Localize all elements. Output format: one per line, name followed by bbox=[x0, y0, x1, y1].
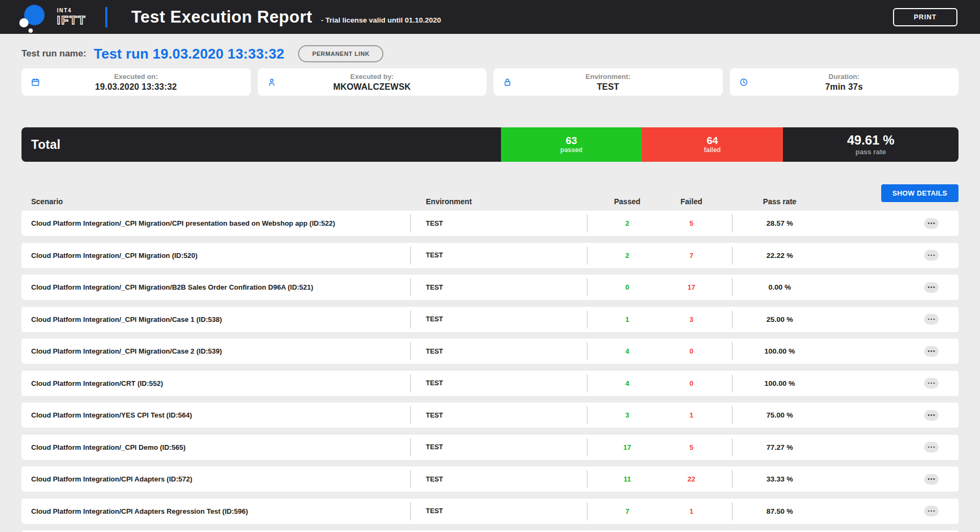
scenario-cell: Cloud Platform Integration/_CPI Demo (ID… bbox=[21, 443, 410, 451]
ellipsis-dot bbox=[933, 511, 935, 512]
test-run-name-value: Test run 19.03.2020 13:33:32 bbox=[94, 46, 285, 62]
scenario-cell: Cloud Platform Integration/_CPI Migratio… bbox=[21, 347, 410, 355]
ellipsis-dot bbox=[933, 383, 935, 384]
show-details-button[interactable]: SHOW DETAILS bbox=[881, 184, 959, 202]
table-row[interactable]: Cloud Platform Integration/_CPI Migratio… bbox=[21, 243, 959, 268]
executed-by-value: MKOWALCZEWSK bbox=[333, 82, 411, 92]
page-title: Test Execution Report bbox=[131, 8, 312, 27]
permanent-link-button[interactable]: PERMANENT LINK bbox=[298, 45, 383, 62]
row-ellipsis-button[interactable] bbox=[924, 378, 939, 389]
ellipsis-dot bbox=[928, 478, 930, 480]
total-pass-rate-section: 49.61 % pass rate bbox=[783, 127, 959, 162]
table-row[interactable]: Cloud Platform Integration/CPI Adapters … bbox=[21, 499, 959, 524]
total-pass-rate-label: pass rate bbox=[855, 148, 886, 156]
ellipsis-dot bbox=[933, 350, 935, 352]
ellipsis-dot bbox=[928, 414, 930, 416]
environment-cell: TEST bbox=[411, 412, 587, 419]
scenario-table-header: Scenario Environment Passed Failed Pass … bbox=[21, 184, 959, 211]
logo-white-dot bbox=[28, 28, 33, 33]
row-ellipsis-button[interactable] bbox=[924, 314, 939, 325]
environment-cell: TEST bbox=[411, 348, 587, 355]
executed-on-card: Executed on: 19.03.2020 13:33:32 bbox=[21, 68, 251, 96]
environment-cell: TEST bbox=[411, 315, 587, 323]
table-row[interactable]: Cloud Platform Integration/_CPI Migratio… bbox=[21, 275, 959, 300]
table-row[interactable]: Cloud Platform Integration/YES CPI Test … bbox=[21, 402, 959, 428]
column-header-passed: Passed bbox=[587, 197, 667, 206]
row-ellipsis-button[interactable] bbox=[924, 282, 939, 293]
failed-cell: 5 bbox=[667, 443, 716, 451]
print-button[interactable]: PRINT bbox=[893, 8, 957, 26]
environment-cell: TEST bbox=[411, 507, 587, 515]
failed-cell: 1 bbox=[667, 507, 716, 515]
ellipsis-dot bbox=[928, 447, 930, 448]
ellipsis-dot bbox=[933, 414, 935, 416]
table-row[interactable]: Cloud Platform Integration/_CPI Migratio… bbox=[21, 211, 959, 236]
failed-cell: 0 bbox=[667, 347, 716, 355]
ellipsis-dot bbox=[933, 255, 935, 256]
license-note: - Trial license valid until 01.10.2020 bbox=[321, 16, 441, 24]
row-actions bbox=[827, 346, 959, 357]
passed-cell: 2 bbox=[587, 251, 667, 260]
executed-on-value: 19.03.2020 13:33:32 bbox=[95, 82, 177, 92]
table-row[interactable]: Cloud Platform Integration/_CPI Demo (ID… bbox=[21, 435, 959, 460]
table-row[interactable]: Cloud Platform Integration/_CPI Migratio… bbox=[21, 339, 959, 364]
test-run-row: Test run name: Test run 19.03.2020 13:33… bbox=[21, 41, 959, 66]
environment-cell: TEST bbox=[411, 379, 587, 387]
pass-rate-cell: 100.00 % bbox=[732, 347, 827, 355]
duration-label: Duration: bbox=[829, 73, 860, 81]
pass-rate-cell: 22.22 % bbox=[732, 251, 827, 260]
scenario-table: Scenario Environment Passed Failed Pass … bbox=[21, 184, 959, 532]
table-row[interactable]: Cloud Platform Integration/CPI Adapters … bbox=[21, 466, 959, 492]
scenario-cell: Cloud Platform Integration/CPI Adapters … bbox=[21, 507, 410, 515]
row-ellipsis-button[interactable] bbox=[924, 250, 939, 261]
scenario-table-body: Cloud Platform Integration/_CPI Migratio… bbox=[21, 211, 959, 524]
failed-cell: 0 bbox=[667, 379, 716, 387]
failed-cell: 7 bbox=[667, 251, 716, 260]
clock-icon bbox=[739, 78, 748, 87]
row-ellipsis-button[interactable] bbox=[924, 410, 939, 421]
duration-value: 7min 37s bbox=[825, 82, 863, 92]
row-actions bbox=[827, 282, 959, 293]
column-header-scenario: Scenario bbox=[21, 197, 411, 206]
failed-cell: 5 bbox=[667, 219, 716, 227]
column-header-failed: Failed bbox=[667, 197, 716, 206]
ellipsis-dot bbox=[931, 286, 932, 288]
ellipsis-dot bbox=[928, 511, 930, 512]
environment-card: Environment: TEST bbox=[493, 68, 723, 96]
table-row[interactable]: Cloud Platform Integration/CRT (ID:552) … bbox=[21, 371, 959, 396]
ellipsis-dot bbox=[931, 511, 932, 512]
ellipsis-dot bbox=[931, 222, 932, 224]
ellipsis-dot bbox=[933, 286, 935, 288]
environment-cell: TEST bbox=[411, 476, 587, 483]
row-actions bbox=[827, 442, 959, 452]
row-ellipsis-button[interactable] bbox=[924, 346, 939, 357]
scenario-cell: Cloud Platform Integration/_CPI Migratio… bbox=[21, 219, 410, 227]
column-header-environment: Environment bbox=[411, 197, 587, 206]
row-ellipsis-button[interactable] bbox=[924, 506, 939, 516]
passed-cell: 17 bbox=[587, 443, 667, 451]
row-ellipsis-button[interactable] bbox=[924, 474, 939, 485]
ellipsis-dot bbox=[931, 447, 932, 448]
ellipsis-dot bbox=[933, 478, 935, 480]
app-header: INT4 IFTT Test Execution Report - Trial … bbox=[0, 0, 980, 34]
row-ellipsis-button[interactable] bbox=[924, 442, 939, 452]
row-actions bbox=[827, 410, 959, 421]
passed-cell: 4 bbox=[587, 347, 667, 355]
scenario-cell: Cloud Platform Integration/_CPI Migratio… bbox=[21, 283, 410, 291]
pass-rate-cell: 100.00 % bbox=[732, 379, 827, 387]
pass-rate-cell: 33.33 % bbox=[732, 475, 827, 483]
brand-iftt-label: IFTT bbox=[57, 15, 86, 26]
executed-on-label: Executed on: bbox=[114, 73, 158, 81]
ellipsis-dot bbox=[933, 319, 935, 320]
ellipsis-dot bbox=[931, 383, 932, 384]
scenario-cell: Cloud Platform Integration/_CPI Migratio… bbox=[21, 251, 410, 260]
row-ellipsis-button[interactable] bbox=[924, 218, 939, 229]
failed-cell: 22 bbox=[667, 475, 716, 483]
row-actions bbox=[827, 314, 959, 325]
passed-cell: 2 bbox=[587, 219, 667, 227]
ellipsis-dot bbox=[931, 478, 932, 480]
row-actions bbox=[827, 378, 959, 389]
info-cards-row: Executed on: 19.03.2020 13:33:32 Execute… bbox=[21, 68, 959, 96]
table-row[interactable]: Cloud Platform Integration/_CPI Migratio… bbox=[21, 307, 959, 332]
total-passed-label: passed bbox=[560, 146, 582, 154]
